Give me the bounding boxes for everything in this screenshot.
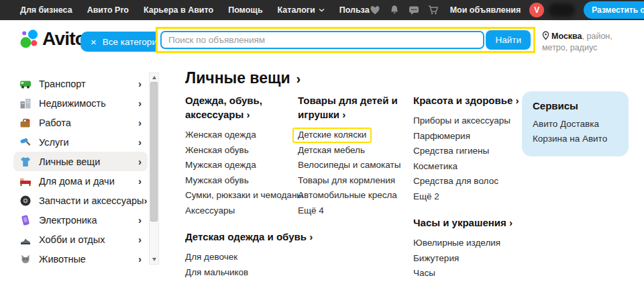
group-header-label: Товары для детей и игрушки bbox=[298, 95, 398, 120]
triangle-down-icon bbox=[152, 258, 156, 261]
sidebar-item-label: Животные bbox=[39, 254, 138, 265]
menu-item-bags[interactable]: Сумки, рюкзаки и чемоданы bbox=[185, 188, 297, 203]
search-input[interactable] bbox=[160, 31, 484, 49]
chevron-right-icon: › bbox=[515, 95, 519, 106]
menu-item-more-2[interactable]: Ещё 2 bbox=[413, 189, 525, 205]
menu-item-car-seats[interactable]: Автомобильные кресла bbox=[298, 188, 409, 203]
search-bar-highlighted: Найти bbox=[156, 27, 535, 53]
menu-item-hygiene[interactable]: Средства гигиены bbox=[413, 144, 525, 159]
menu-item-for-boys[interactable]: Для мальчиков bbox=[185, 265, 297, 281]
notifications-bell-icon[interactable] bbox=[389, 5, 400, 15]
sidebar-item-label: Недвижимость bbox=[39, 98, 138, 109]
chevron-right-icon: › bbox=[509, 217, 513, 228]
nav-help[interactable]: Помощь bbox=[228, 5, 262, 15]
menu-item-womens-clothes[interactable]: Женская одежда bbox=[185, 128, 297, 143]
menu-item-bikes-scooters[interactable]: Велосипеды и самокаты bbox=[298, 158, 409, 173]
menu-item-mens-shoes[interactable]: Мужская обувь bbox=[185, 173, 297, 189]
sidebar-item-electronics[interactable]: Электроника › bbox=[13, 210, 148, 230]
chevron-right-icon: › bbox=[138, 175, 142, 187]
services-icon bbox=[19, 136, 32, 148]
messages-chat-icon[interactable] bbox=[409, 5, 419, 15]
sidebar-item-label: Электроника bbox=[39, 215, 138, 226]
job-icon bbox=[19, 117, 32, 129]
nav-catalogs[interactable]: Каталоги bbox=[278, 5, 325, 15]
chevron-right-icon: › bbox=[138, 253, 142, 265]
scrollbar-thumb[interactable] bbox=[150, 82, 158, 222]
service-avito-delivery[interactable]: Авито Доставка bbox=[533, 117, 618, 132]
group-header-beauty[interactable]: Красота и здоровье › bbox=[413, 93, 525, 107]
nav-for-business[interactable]: Для бизнеса bbox=[20, 5, 72, 15]
sidebar-item-real-estate[interactable]: Недвижимость › bbox=[13, 93, 148, 113]
post-ad-button[interactable]: Разместить объявление bbox=[584, 1, 644, 19]
nav-career[interactable]: Карьера в Авито bbox=[144, 5, 213, 15]
service-avito-cart[interactable]: Корзина на Авито bbox=[533, 132, 618, 146]
chevron-right-icon: › bbox=[138, 234, 142, 245]
menu-item-watches[interactable]: Часы bbox=[413, 266, 525, 281]
menu-item-cosmetics[interactable]: Косметика bbox=[413, 159, 525, 175]
avito-page: Для бизнеса Авито Pro Карьера в Авито По… bbox=[0, 0, 644, 284]
menu-item-jewelry[interactable]: Ювелирные изделия bbox=[413, 236, 525, 251]
chevron-right-icon: › bbox=[138, 214, 142, 226]
favorites-heart-icon[interactable] bbox=[370, 5, 380, 15]
group-header-kids-clothes[interactable]: Детская одежда и обувь › bbox=[185, 230, 297, 244]
avatar[interactable]: V bbox=[529, 3, 544, 17]
menu-item-more-4[interactable]: Ещё 4 bbox=[298, 203, 409, 219]
sidebar-item-jobs[interactable]: Работа › bbox=[13, 113, 148, 132]
my-ads-link[interactable]: Мои объявления bbox=[450, 5, 521, 15]
transport-icon bbox=[19, 78, 32, 90]
menu-title-label: Личные вещи bbox=[185, 69, 290, 87]
sidebar-scrollbar[interactable] bbox=[149, 73, 159, 265]
menu-item-kids-furniture[interactable]: Детская мебель bbox=[298, 143, 409, 158]
menu-column-kids-goods: Товары для детей и игрушки › Детские кол… bbox=[298, 93, 409, 218]
avito-logo-text: Avito bbox=[42, 28, 86, 50]
location-pin-icon bbox=[542, 31, 549, 40]
cart-icon[interactable] bbox=[428, 5, 439, 15]
personal-items-icon bbox=[19, 156, 32, 168]
menu-group-kids-goods: Товары для детей и игрушки › Детские кол… bbox=[298, 93, 409, 218]
menu-column-clothes: Одежда, обувь, аксессуары › Женская одеж… bbox=[185, 93, 297, 280]
menu-item-bijouterie[interactable]: Бижутерия bbox=[413, 251, 525, 267]
chevron-down-icon bbox=[319, 8, 325, 12]
sidebar-item-auto-parts[interactable]: Запчасти и аксессуары › bbox=[13, 191, 148, 210]
location-selector[interactable]: Москва, район, метро, радиус bbox=[542, 31, 631, 54]
blurred-user-info bbox=[548, 3, 575, 17]
chevron-right-icon: › bbox=[138, 78, 142, 89]
group-header-kids-goods[interactable]: Товары для детей и игрушки › bbox=[298, 93, 409, 122]
avito-logo-mark-icon bbox=[20, 28, 40, 50]
sidebar-item-label: Транспорт bbox=[39, 79, 138, 89]
menu-title-personal-items[interactable]: Личные вещи› bbox=[185, 69, 301, 87]
group-header-label: Красота и здоровье bbox=[413, 95, 513, 106]
menu-column-beauty: Красота и здоровье › Приборы и аксессуар… bbox=[413, 93, 525, 281]
menu-item-perfume[interactable]: Парфюмерия bbox=[413, 129, 525, 144]
sidebar-item-hobby[interactable]: Хобби и отдых › bbox=[13, 230, 148, 249]
scroll-down-button[interactable] bbox=[150, 255, 158, 264]
menu-item-mens-clothes[interactable]: Мужская одежда bbox=[185, 158, 297, 173]
nav-avito-pro[interactable]: Авито Pro bbox=[87, 5, 129, 15]
all-categories-label: Все категории bbox=[103, 37, 162, 47]
search-button[interactable]: Найти bbox=[486, 30, 531, 50]
sidebar-item-animals[interactable]: Животные › bbox=[13, 249, 148, 265]
nav-polza[interactable]: Польза bbox=[339, 5, 370, 15]
sidebar-item-transport[interactable]: Транспорт › bbox=[13, 74, 148, 93]
menu-item-womens-shoes[interactable]: Женская обувь bbox=[185, 143, 297, 158]
avito-logo[interactable]: Avito bbox=[20, 28, 86, 50]
menu-item-feeding-goods[interactable]: Товары для кормления bbox=[298, 173, 409, 189]
scroll-up-button[interactable] bbox=[150, 73, 158, 82]
sidebar-item-home-garden[interactable]: Для дома и дачи › bbox=[13, 171, 148, 191]
group-header-clothes[interactable]: Одежда, обувь, аксессуары › bbox=[185, 93, 297, 122]
triangle-up-icon bbox=[152, 76, 156, 79]
sidebar-item-services[interactable]: Услуги › bbox=[13, 132, 148, 152]
menu-group-watches-jewelry: Часы и украшения › Ювелирные изделия Биж… bbox=[413, 216, 525, 281]
group-header-watches-jewelry[interactable]: Часы и украшения › bbox=[413, 216, 525, 230]
menu-item-strollers-highlighted[interactable]: Детские коляски bbox=[298, 128, 409, 143]
chevron-right-icon: › bbox=[138, 97, 142, 109]
sidebar-item-personal-items[interactable]: Личные вещи › bbox=[13, 152, 148, 171]
sidebar-item-label: Запчасти и аксессуары bbox=[39, 195, 144, 206]
menu-item-devices[interactable]: Приборы и аксессуары bbox=[413, 113, 525, 129]
menu-item-hair-products[interactable]: Средства для волос bbox=[413, 174, 525, 189]
menu-item-accessories[interactable]: Аксессуары bbox=[185, 203, 297, 219]
sidebar-item-label: Для дома и дачи bbox=[39, 176, 138, 187]
chevron-right-icon: › bbox=[138, 136, 142, 148]
real-estate-icon bbox=[19, 97, 32, 109]
menu-item-for-girls[interactable]: Для девочек bbox=[185, 250, 297, 265]
